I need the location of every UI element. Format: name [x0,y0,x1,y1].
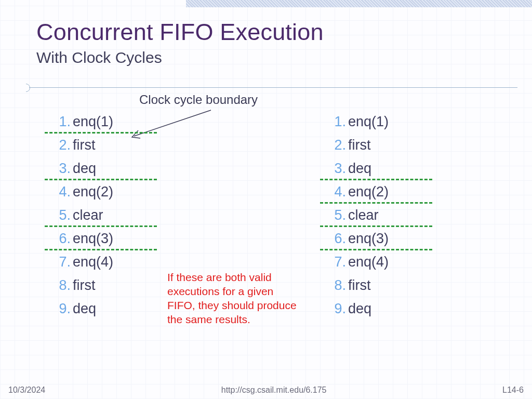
list-item: 7.enq(4) [51,250,160,274]
list-text: deq [73,297,96,321]
clock-cycle-boundary [320,225,432,227]
footer-url: http://csg.csail.mit.edu/6.175 [221,385,327,395]
list-item: 5.clear [326,204,435,227]
list-item: 5.clear [51,204,160,227]
list-number: 8. [326,274,346,297]
list-number: 6. [326,227,346,250]
list-text: clear [348,204,379,227]
list-number: 9. [51,297,71,321]
comparison-note: If these are both valid executions for a… [167,270,300,326]
list-text: enq(3) [73,227,113,250]
list-number: 4. [326,180,346,204]
footer-page: L14-6 [502,385,524,395]
list-text: deq [348,297,371,321]
divider-line [29,87,517,88]
decorative-top-band [186,0,532,7]
list-number: 3. [51,157,71,180]
list-text: enq(2) [73,180,113,204]
list-number: 5. [326,204,346,227]
list-text: enq(2) [348,180,389,204]
list-item: 4.enq(2) [326,180,435,204]
clock-cycle-boundary [45,225,157,227]
list-number: 5. [51,204,71,227]
list-item: 8.first [51,274,160,297]
list-item: 3.deq [51,157,160,180]
list-text: enq(4) [73,250,113,274]
list-text: enq(4) [348,250,389,274]
right-execution-list: 1.enq(1)2.first3.deq4.enq(2)5.clear6.enq… [326,110,435,321]
list-item: 7.enq(4) [326,250,435,274]
list-number: 9. [326,297,346,321]
list-item: 4.enq(2) [51,180,160,204]
slide-content: Concurrent FIFO Execution With Clock Cyc… [36,19,511,66]
list-item: 8.first [326,274,435,297]
list-item: 2.first [326,134,435,157]
slide-title: Concurrent FIFO Execution [36,19,511,46]
list-item: 6.enq(3) [51,227,160,250]
boundary-annotation: Clock cycle boundary [139,92,258,107]
list-number: 2. [326,134,346,157]
list-number: 6. [51,227,71,250]
list-item: 3.deq [326,157,435,180]
list-number: 4. [51,180,71,204]
footer-date: 10/3/2024 [8,385,45,395]
list-text: first [73,274,96,297]
list-text: enq(1) [73,110,113,134]
list-item: 6.enq(3) [326,227,435,250]
clock-cycle-boundary [320,249,432,250]
left-execution-list: 1.enq(1)2.first3.deq4.enq(2)5.clear6.enq… [51,110,160,321]
clock-cycle-boundary [320,202,432,204]
list-text: enq(1) [348,110,389,134]
clock-cycle-boundary [45,179,157,180]
footer: 10/3/2024 http://csg.csail.mit.edu/6.175… [0,385,532,395]
clock-cycle-boundary [45,249,157,250]
list-item: 9.deq [326,297,435,321]
slide-subtitle: With Clock Cycles [36,49,511,66]
list-number: 7. [51,250,71,274]
title-divider [9,83,517,92]
list-text: clear [73,204,103,227]
list-text: deq [348,157,371,180]
list-text: deq [73,157,96,180]
list-number: 2. [51,134,71,157]
clock-cycle-boundary [320,179,432,180]
list-item: 1.enq(1) [326,110,435,134]
list-text: enq(3) [348,227,389,250]
list-text: first [348,134,371,157]
list-item: 1.enq(1) [51,110,160,134]
list-text: first [348,274,371,297]
list-number: 3. [326,157,346,180]
list-number: 8. [51,274,71,297]
list-number: 1. [326,110,346,134]
divider-cap-icon [22,84,30,92]
list-item: 9.deq [51,297,160,321]
list-number: 1. [51,110,71,134]
list-number: 7. [326,250,346,274]
list-text: first [73,134,96,157]
clock-cycle-boundary [45,132,157,134]
list-item: 2.first [51,134,160,157]
